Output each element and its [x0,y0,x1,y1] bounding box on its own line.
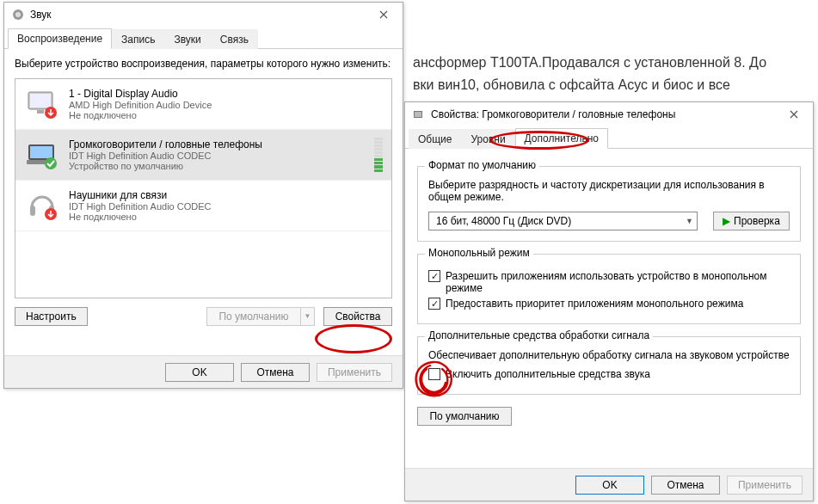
sound-app-icon [11,8,25,22]
ok-button[interactable]: OK [575,476,644,495]
test-button[interactable]: ▶ Проверка [713,212,790,230]
tab-communications[interactable]: Связь [211,29,258,49]
device-name: 1 - Digital Display Audio [69,88,383,100]
device-row[interactable]: Наушники для связи IDT High Definition A… [15,181,391,231]
properties-button[interactable]: Свойства [323,307,392,326]
device-status: Не подключено [69,110,383,120]
laptop-speaker-icon [24,137,60,173]
sound-title-text: Звук [30,9,52,21]
tab-advanced[interactable]: Дополнительно [515,128,608,149]
tab-recording[interactable]: Запись [112,29,164,49]
set-default-button[interactable]: По умолчанию [206,307,301,326]
signal-enhancements-group: Дополнительные средства обработки сигнал… [417,336,801,395]
default-format-group: Формат по умолчанию Выберите разрядность… [417,166,801,242]
svg-rect-14 [415,112,421,117]
svg-rect-10 [30,206,35,216]
sound-tabstrip: Воспроизведение Запись Звуки Связь [4,27,403,49]
tab-general[interactable]: Общие [409,129,461,149]
set-default-dropdown[interactable]: ▼ [301,307,315,326]
configure-button[interactable]: Настроить [15,307,88,326]
enhance-desc: Обеспечивает дополнительную обработку си… [428,349,790,361]
device-driver: AMD High Definition Audio Device [69,100,383,110]
format-select[interactable]: 16 бит, 48000 Гц (Диск DVD) ▼ [428,212,698,230]
svg-point-9 [45,157,57,169]
cancel-button[interactable]: Отмена [651,476,720,495]
sound-dialog: Звук Воспроизведение Запись Звуки Связь … [3,2,403,389]
tab-playback[interactable]: Воспроизведение [8,28,112,49]
playback-panel: Выберите устройство воспроизведения, пар… [4,49,403,335]
group-legend: Формат по умолчанию [425,159,539,171]
restore-defaults-button[interactable]: По умолчанию [417,407,512,426]
close-button[interactable] [777,103,811,126]
level-meter [374,138,383,172]
playback-instruction: Выберите устройство воспроизведения, пар… [15,58,392,71]
exclusive-allow-checkbox[interactable]: ✓ Разрешить приложениям использовать уст… [428,270,790,294]
cancel-button[interactable]: Отмена [241,363,310,382]
svg-point-1 [15,12,21,17]
sound-titlebar[interactable]: Звук [4,3,403,27]
format-selected-value: 16 бит, 48000 Гц (Диск DVD) [436,215,571,227]
device-row[interactable]: Громкоговорители / головные телефоны IDT… [15,130,391,181]
enable-enhancements-checkbox[interactable]: Включить дополнительные средства звука [428,368,790,380]
properties-dialog: Свойства: Громкоговорители / головные те… [404,101,814,501]
checkmark-icon: ✓ [428,270,440,282]
sound-dialog-footer: OK Отмена Применить [4,355,403,388]
apply-button[interactable]: Применить [727,476,803,495]
device-driver: IDT High Definition Audio CODEC [69,151,366,161]
device-driver: IDT High Definition Audio CODEC [69,201,383,212]
tab-levels[interactable]: Уровни [461,129,514,149]
props-dialog-footer: OK Отмена Применить [405,468,813,501]
device-status: Устройство по умолчанию [69,161,366,171]
props-tabstrip: Общие Уровни Дополнительно [405,126,813,149]
svg-rect-4 [37,110,44,114]
headphones-icon [24,187,60,224]
device-status: Не подключено [69,212,383,222]
background-article-text: ансформер T100TA.Продавался с установлен… [413,52,766,95]
exclusive-mode-group: Монопольный режим ✓ Разрешить приложения… [417,254,801,324]
chevron-down-icon: ▼ [686,217,693,225]
advanced-panel: Формат по умолчанию Выберите разрядность… [405,149,813,434]
format-desc: Выберите разрядность и частоту дискретиз… [428,179,790,203]
exclusive-priority-checkbox[interactable]: ✓ Предоставить приоритет приложениям мон… [428,298,790,310]
group-legend: Дополнительные средства обработки сигнал… [425,329,653,341]
tab-sounds[interactable]: Звуки [164,29,210,49]
play-icon: ▶ [723,215,730,227]
playback-device-list[interactable]: 1 - Digital Display Audio AMD High Defin… [15,78,392,298]
checkbox-empty-icon [428,368,440,380]
props-titlebar[interactable]: Свойства: Громкоговорители / головные те… [405,102,813,126]
props-title-text: Свойства: Громкоговорители / головные те… [431,108,675,120]
device-name: Громкоговорители / головные телефоны [69,138,366,151]
speaker-icon [412,108,426,121]
device-row[interactable]: 1 - Digital Display Audio AMD High Defin… [15,79,391,130]
apply-button[interactable]: Применить [317,363,392,382]
checkmark-icon: ✓ [428,298,440,310]
monitor-icon [24,86,60,122]
svg-rect-7 [30,146,52,158]
group-legend: Монопольный режим [425,247,533,259]
close-button[interactable] [366,3,401,26]
device-name: Наушники для связи [69,189,383,201]
ok-button[interactable]: OK [165,363,234,382]
svg-rect-3 [30,94,51,108]
